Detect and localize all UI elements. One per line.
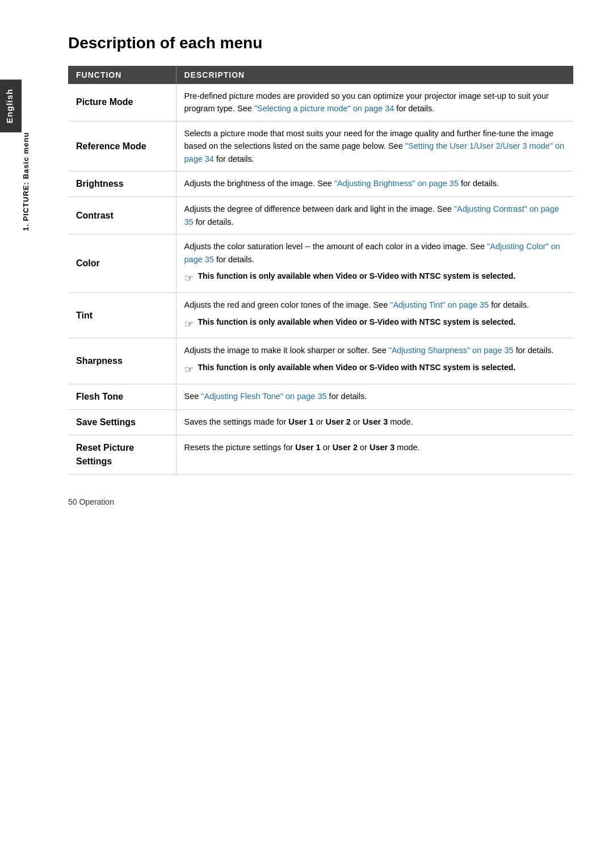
function-cell-contrast: Contrast [68,197,176,234]
function-cell-flesh-tone: Flesh Tone [68,384,176,409]
description-cell-reference-mode: Selects a picture mode that most suits y… [176,121,573,171]
function-cell-picture-mode: Picture Mode [68,84,176,121]
function-cell-brightness: Brightness [68,171,176,197]
description-cell-picture-mode: Pre-defined picture modes are provided s… [176,84,573,121]
description-cell-flesh-tone: See "Adjusting Flesh Tone" on page 35 fo… [176,384,573,409]
note-box-sharpness: ☞This function is only available when Vi… [184,362,566,378]
section-vertical-label: 1. PICTURE: Basic menu [22,102,30,261]
link-tint[interactable]: "Adjusting Tint" on page 35 [390,300,489,309]
table-row: BrightnessAdjusts the brightness of the … [68,171,573,197]
description-cell-sharpness: Adjusts the image to make it look sharpe… [176,338,573,384]
function-cell-sharpness: Sharpness [68,338,176,384]
function-cell-save-settings: Save Settings [68,409,176,435]
note-box-tint: ☞This function is only available when Vi… [184,316,566,333]
function-cell-tint: Tint [68,293,176,338]
description-cell-save-settings: Saves the settings made for User 1 or Us… [176,409,573,435]
link-picture-mode[interactable]: "Selecting a picture mode" on page 34 [254,104,394,113]
note-text-tint: This function is only available when Vid… [198,316,516,329]
note-icon-tint: ☞ [184,317,194,333]
description-cell-color: Adjusts the color saturation level -- th… [176,234,573,293]
note-icon-color: ☞ [184,271,194,287]
table-header-row: FUNCTION DESCRIPTION [68,66,573,84]
side-tab-english: English [0,79,22,132]
table-row: SharpnessAdjusts the image to make it lo… [68,338,573,384]
table-row: Save SettingsSaves the settings made for… [68,409,573,435]
menu-description-table: FUNCTION DESCRIPTION Picture ModePre-def… [68,66,573,475]
table-row: Flesh ToneSee "Adjusting Flesh Tone" on … [68,384,573,409]
description-cell-tint: Adjusts the red and green color tones of… [176,293,573,338]
table-row: Reset Picture SettingsResets the picture… [68,435,573,474]
description-cell-reset-picture-settings: Resets the picture settings for User 1 o… [176,435,573,474]
col-header-description: DESCRIPTION [176,66,573,84]
link-contrast[interactable]: "Adjusting Contrast" on page 35 [184,204,560,226]
link-flesh-tone[interactable]: "Adjusting Flesh Tone" on page 35 [201,392,326,401]
table-row: Reference ModeSelects a picture mode tha… [68,121,573,171]
page-container: English 1. PICTURE: Basic menu Descripti… [0,0,613,540]
function-cell-color: Color [68,234,176,293]
description-cell-brightness: Adjusts the brightness of the image. See… [176,171,573,197]
link-brightness[interactable]: "Adjusting Brightness" on page 35 [334,179,459,188]
function-cell-reset-picture-settings: Reset Picture Settings [68,435,176,474]
table-row: ColorAdjusts the color saturation level … [68,234,573,293]
link-sharpness[interactable]: "Adjusting Sharpness" on page 35 [389,346,514,355]
col-header-function: FUNCTION [68,66,176,84]
note-box-color: ☞This function is only available when Vi… [184,270,566,287]
link-reference-mode[interactable]: "Setting the User 1/User 2/User 3 mode" … [184,141,565,163]
function-cell-reference-mode: Reference Mode [68,121,176,171]
table-row: ContrastAdjusts the degree of difference… [68,197,573,234]
page-title: Description of each menu [68,34,568,52]
footer: 50 Operation [68,497,568,506]
note-icon-sharpness: ☞ [184,362,194,378]
link-color[interactable]: "Adjusting Color" on page 35 [184,242,560,263]
description-cell-contrast: Adjusts the degree of difference between… [176,197,573,234]
table-row: TintAdjusts the red and green color tone… [68,293,573,338]
table-row: Picture ModePre-defined picture modes ar… [68,84,573,121]
note-text-color: This function is only available when Vid… [198,270,516,283]
note-text-sharpness: This function is only available when Vid… [198,362,516,374]
